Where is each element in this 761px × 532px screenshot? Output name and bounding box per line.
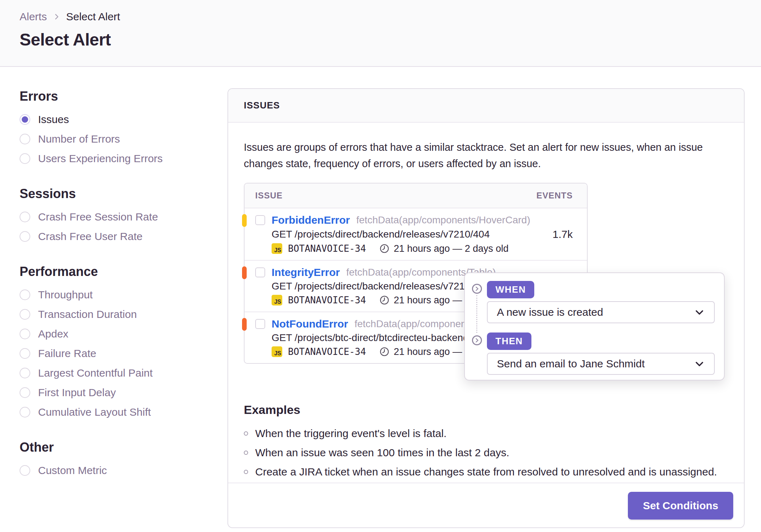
issue-title-link[interactable]: NotFoundError — [272, 318, 348, 330]
clock-icon — [379, 347, 389, 357]
bullet-icon — [244, 470, 248, 474]
issue-title-link[interactable]: ForbiddenError — [272, 214, 350, 226]
section-errors: Errors Issues Number of Errors Users Exp… — [20, 89, 227, 164]
radio-circle[interactable] — [20, 134, 30, 144]
radio-transaction-duration[interactable]: Transaction Duration — [20, 309, 227, 320]
alert-type-sidebar: Errors Issues Number of Errors Users Exp… — [20, 88, 227, 528]
radio-label: Issues — [38, 113, 69, 126]
chevron-right-icon — [53, 13, 61, 21]
section-title-errors: Errors — [20, 89, 227, 104]
radio-label: Throughput — [38, 289, 93, 301]
radio-number-of-errors[interactable]: Number of Errors — [20, 133, 227, 145]
examples-section: Examples When the triggering event's lev… — [244, 403, 728, 478]
radio-circle[interactable] — [20, 368, 30, 378]
section-title-other: Other — [20, 440, 227, 455]
radio-label: Users Experiencing Errors — [38, 153, 163, 165]
radio-label: Number of Errors — [38, 133, 120, 145]
page-header: Alerts Select Alert Select Alert — [0, 0, 761, 67]
panel-header: ISSUES — [228, 89, 744, 123]
issue-short-id: BOTANAVOICE-34 — [288, 295, 366, 305]
radio-label: Failure Rate — [38, 347, 96, 360]
then-action-value: Send an email to Jane Schmidt — [497, 358, 645, 370]
column-issue: ISSUE — [255, 191, 283, 201]
radio-apdex[interactable]: Apdex — [20, 328, 227, 340]
radio-first-input-delay[interactable]: First Input Delay — [20, 387, 227, 398]
radio-cumulative-layout-shift[interactable]: Cumulative Layout Shift — [20, 406, 227, 418]
radio-circle[interactable] — [20, 153, 30, 164]
issue-checkbox[interactable] — [255, 319, 265, 329]
radio-users-experiencing-errors[interactable]: Users Experiencing Errors — [20, 153, 227, 164]
section-other: Other Custom Metric — [20, 440, 227, 476]
when-badge: WHEN — [487, 281, 534, 298]
radio-circle[interactable] — [20, 309, 30, 320]
issue-short-id: BOTANAVOICE-34 — [288, 346, 366, 357]
radio-circle[interactable] — [20, 329, 30, 339]
radio-label: Crash Free User Rate — [38, 230, 142, 243]
radio-label: Transaction Duration — [38, 308, 137, 320]
radio-label: Crash Free Session Rate — [38, 211, 158, 223]
issue-title-link[interactable]: IntegrityError — [272, 266, 340, 278]
section-title-performance: Performance — [20, 264, 227, 279]
radio-circle[interactable] — [20, 465, 30, 476]
radio-label: Largest Contentful Paint — [38, 367, 153, 379]
when-condition-row: WHEN A new issue is created — [472, 281, 715, 323]
issues-table-header: ISSUE EVENTS — [245, 183, 587, 208]
when-condition-select[interactable]: A new issue is created — [487, 301, 715, 323]
chevron-down-icon — [694, 307, 705, 318]
radio-failure-rate[interactable]: Failure Rate — [20, 348, 227, 359]
javascript-platform-icon: JS — [272, 295, 282, 305]
issue-path: GET /projects/direct/backend/releases/v7… — [272, 281, 490, 292]
examples-title: Examples — [244, 403, 728, 417]
radio-issues[interactable]: Issues — [20, 114, 227, 125]
javascript-platform-icon: JS — [272, 243, 282, 254]
issue-culprit: fetchData(app/components/HoverCard) — [356, 214, 530, 226]
radio-largest-contentful-paint[interactable]: Largest Contentful Paint — [20, 367, 227, 379]
radio-custom-metric[interactable]: Custom Metric — [20, 465, 227, 476]
radio-circle[interactable] — [20, 407, 30, 417]
level-indicator-bar — [242, 266, 247, 279]
level-indicator-bar — [242, 318, 247, 331]
then-action-select[interactable]: Send an email to Jane Schmidt — [487, 353, 715, 375]
issue-events-count: 1.7k — [552, 228, 573, 240]
radio-label: Custom Metric — [38, 464, 107, 477]
radio-circle[interactable] — [20, 289, 30, 300]
issue-short-id: BOTANAVOICE-34 — [288, 243, 366, 254]
when-then-popup: WHEN A new issue is created THEN Send an… — [464, 272, 725, 381]
example-text: Create a JIRA ticket when an issue chang… — [255, 466, 717, 478]
issue-age: 21 hours ago — 2 days old — [394, 243, 509, 254]
breadcrumb-alerts[interactable]: Alerts — [20, 11, 47, 23]
issue-path: GET /projects/direct/backend/releases/v7… — [272, 229, 490, 240]
example-item: When the triggering event's level is fat… — [244, 427, 728, 440]
issue-checkbox[interactable] — [255, 215, 265, 225]
issue-checkbox[interactable] — [255, 267, 265, 277]
radio-crash-free-user-rate[interactable]: Crash Free User Rate — [20, 231, 227, 242]
chevron-right-circle-icon — [472, 335, 482, 345]
section-title-sessions: Sessions — [20, 186, 227, 201]
level-indicator-bar — [242, 214, 247, 227]
example-text: When the triggering event's level is fat… — [255, 427, 447, 440]
radio-label: Apdex — [38, 328, 68, 340]
radio-circle[interactable] — [20, 212, 30, 222]
column-events: EVENTS — [536, 191, 573, 201]
radio-circle-selected[interactable] — [20, 114, 30, 125]
clock-icon — [379, 244, 389, 254]
example-item: When an issue was seen 100 times in the … — [244, 447, 728, 459]
section-sessions: Sessions Crash Free Session Rate Crash F… — [20, 186, 227, 242]
section-performance: Performance Throughput Transaction Durat… — [20, 264, 227, 418]
panel-footer: Set Conditions — [228, 483, 744, 527]
issue-row-forbiddenerror: ForbiddenError fetchData(app/components/… — [245, 208, 587, 261]
radio-circle[interactable] — [20, 231, 30, 242]
breadcrumb-current: Select Alert — [66, 11, 120, 23]
radio-label: Cumulative Layout Shift — [38, 406, 151, 418]
set-conditions-button[interactable]: Set Conditions — [628, 492, 733, 520]
breadcrumb: Alerts Select Alert — [20, 11, 761, 23]
radio-crash-free-session-rate[interactable]: Crash Free Session Rate — [20, 211, 227, 223]
clock-icon — [379, 295, 389, 305]
radio-circle[interactable] — [20, 387, 30, 398]
then-badge: THEN — [487, 332, 531, 350]
radio-circle[interactable] — [20, 348, 30, 359]
radio-throughput[interactable]: Throughput — [20, 289, 227, 300]
example-text: When an issue was seen 100 times in the … — [255, 447, 509, 459]
radio-label: First Input Delay — [38, 387, 116, 399]
chevron-right-circle-icon — [472, 284, 482, 294]
